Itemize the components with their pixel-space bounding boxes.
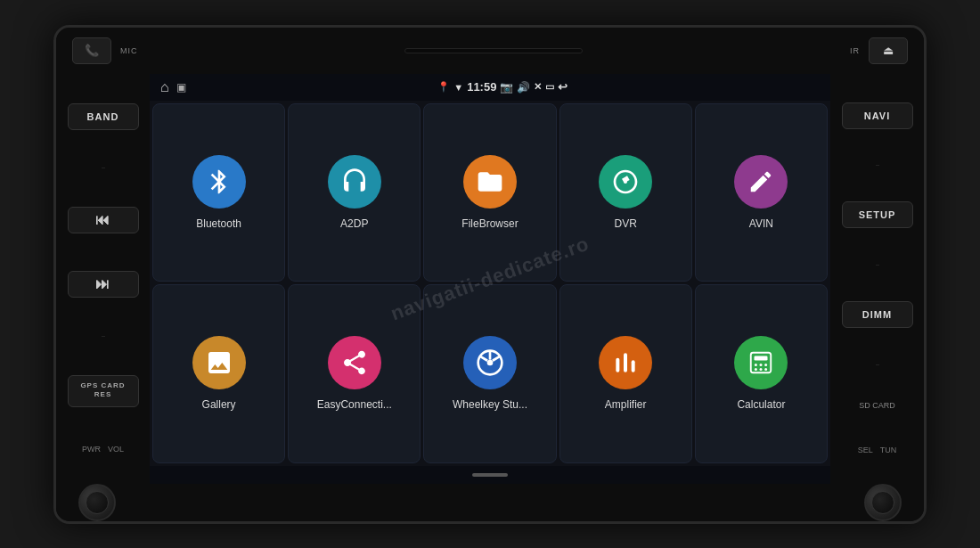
app-tile-gallery[interactable]: Gallery xyxy=(152,284,285,463)
bottom-bar xyxy=(56,484,924,521)
status-left: ⌂ ▣ xyxy=(160,79,186,95)
pwr-control: PWR xyxy=(82,445,101,454)
top-bar: 📞 MIC IR ⏏ xyxy=(56,28,924,74)
time-display: 11:59 xyxy=(467,80,496,94)
pwr-label: PWR xyxy=(82,445,101,454)
location-icon: 📍 xyxy=(437,81,450,93)
app-tile-a2dp[interactable]: A2DP xyxy=(288,103,421,282)
svg-point-2 xyxy=(487,360,494,366)
app-icon-bluetooth xyxy=(192,155,246,209)
svg-point-13 xyxy=(765,364,768,366)
back-icon[interactable]: ↩ xyxy=(558,80,568,94)
left-panel: BAND ⏮ ⏭ GPS CARD RES PWR VOL xyxy=(56,74,150,484)
prev-button[interactable]: ⏮ xyxy=(68,207,139,233)
cd-slot xyxy=(404,48,583,53)
app-tile-filebrowser[interactable]: FileBrowser xyxy=(423,103,556,282)
app-label-calculator: Calculator xyxy=(737,398,785,411)
app-icon-calculator xyxy=(734,336,788,389)
right-knob-inner xyxy=(871,491,894,514)
navi-button[interactable]: NAVI xyxy=(842,102,913,129)
app-icon-filebrowser xyxy=(463,155,517,209)
tun-label: TUN xyxy=(880,446,897,454)
left-knob-inner xyxy=(86,491,109,514)
sd-label: SD CARD xyxy=(859,401,895,410)
svg-point-0 xyxy=(624,180,627,184)
sel-control: SEL xyxy=(858,446,873,454)
svg-point-11 xyxy=(755,364,757,366)
top-bar-right: IR ⏏ xyxy=(850,37,908,64)
wifi-icon: ▼ xyxy=(453,82,463,93)
app-label-easyconnecti: EasyConnecti... xyxy=(317,398,392,411)
app-icon-gallery xyxy=(192,336,246,389)
lock-icon: ▣ xyxy=(176,81,186,94)
app-label-dvr: DVR xyxy=(615,217,637,230)
status-bar: ⌂ ▣ 📍 ▼ 11:59 📷 🔊 ✕ ▭ ↩ xyxy=(150,74,830,101)
app-grid: BluetoothA2DPFileBrowserDVRAVINGalleryEa… xyxy=(150,101,830,466)
camera-icon: 📷 xyxy=(500,81,513,94)
svg-point-16 xyxy=(765,368,768,371)
app-tile-dvr[interactable]: DVR xyxy=(559,103,692,282)
svg-rect-6 xyxy=(617,358,620,372)
sel-label: SEL xyxy=(858,446,873,454)
app-icon-easyconnecti xyxy=(328,336,381,389)
head-unit: 📞 MIC IR ⏏ BAND ⏮ ⏭ GPS CARD RES xyxy=(53,25,927,524)
app-icon-amplifier xyxy=(599,336,652,389)
app-tile-avin[interactable]: AVIN xyxy=(695,103,828,282)
svg-line-4 xyxy=(493,356,501,361)
svg-rect-8 xyxy=(632,361,635,372)
left-knob-area: PWR VOL xyxy=(82,445,124,454)
app-label-bluetooth: Bluetooth xyxy=(196,217,241,230)
left-knob[interactable] xyxy=(78,484,116,521)
vol-label: VOL xyxy=(108,445,124,454)
status-center: 📍 ▼ 11:59 📷 🔊 ✕ ▭ ↩ xyxy=(437,80,568,94)
svg-point-15 xyxy=(760,368,763,371)
right-knob-area: SEL TUN xyxy=(858,446,897,454)
app-icon-avin xyxy=(734,155,788,209)
app-tile-calculator[interactable]: Calculator xyxy=(695,284,828,463)
vol-control: VOL xyxy=(108,445,124,454)
home-icon[interactable]: ⌂ xyxy=(160,79,169,95)
svg-rect-7 xyxy=(624,354,627,372)
app-icon-dvr xyxy=(599,155,652,209)
nav-indicator xyxy=(472,473,508,477)
right-panel: NAVI SETUP DIMM SD CARD SEL TUN xyxy=(830,74,924,484)
app-label-avin: AVIN xyxy=(749,217,773,230)
svg-point-14 xyxy=(755,368,757,371)
app-label-gallery: Gallery xyxy=(202,398,236,411)
svg-rect-10 xyxy=(755,356,768,361)
top-bar-left: 📞 MIC xyxy=(72,37,138,64)
right-knob[interactable] xyxy=(864,484,902,521)
svg-point-12 xyxy=(760,364,763,366)
app-tile-easyconnecti[interactable]: EasyConnecti... xyxy=(288,284,421,463)
app-label-wheelkeystudio: Wheelkey Stu... xyxy=(453,398,527,411)
dimm-button[interactable]: DIMM xyxy=(842,301,913,328)
app-label-a2dp: A2DP xyxy=(340,217,368,230)
app-icon-a2dp xyxy=(328,155,381,209)
svg-line-5 xyxy=(480,356,488,361)
eject-button[interactable]: ⏏ xyxy=(869,37,908,64)
app-tile-amplifier[interactable]: Amplifier xyxy=(559,284,692,463)
band-button[interactable]: BAND xyxy=(68,103,139,130)
app-label-filebrowser: FileBrowser xyxy=(461,217,518,230)
mic-label: MIC xyxy=(120,46,138,55)
sd-card-area: SD CARD xyxy=(842,401,913,410)
bottom-nav xyxy=(150,466,830,484)
app-icon-wheelkeystudio xyxy=(463,336,517,389)
volume-icon: 🔊 xyxy=(517,81,530,94)
gps-card-button[interactable]: GPS CARD RES xyxy=(68,375,139,407)
app-label-amplifier: Amplifier xyxy=(605,398,647,411)
gps-label1: GPS CARD xyxy=(80,382,125,390)
tun-control: TUN xyxy=(880,446,897,454)
app-tile-bluetooth[interactable]: Bluetooth xyxy=(152,103,285,282)
window-icon[interactable]: ▭ xyxy=(545,81,554,93)
main-area: BAND ⏮ ⏭ GPS CARD RES PWR VOL xyxy=(56,74,924,484)
next-button[interactable]: ⏭ xyxy=(68,271,139,298)
screen: navigatii-dedicate.ro ⌂ ▣ 📍 ▼ 11:59 📷 🔊 … xyxy=(150,74,830,484)
ir-label: IR xyxy=(850,46,860,55)
setup-button[interactable]: SETUP xyxy=(842,201,913,228)
app-tile-wheelkeystudio[interactable]: Wheelkey Stu... xyxy=(423,284,556,463)
close-icon[interactable]: ✕ xyxy=(534,81,542,93)
gps-label2: RES xyxy=(94,391,111,399)
phone-button[interactable]: 📞 xyxy=(72,37,111,64)
